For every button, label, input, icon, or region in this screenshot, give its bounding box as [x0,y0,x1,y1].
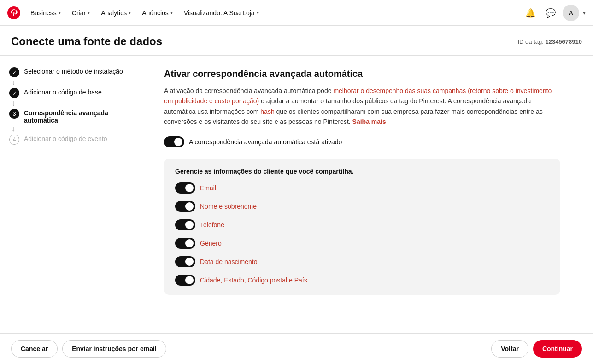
toggle-option-nascimento: Data de nascimento [175,256,549,267]
visualizando-chevron-icon: ▾ [257,10,259,15]
top-nav: Business ▾ Criar ▾ Analytics ▾ Anúncios … [0,0,593,26]
messages-button[interactable]: 💬 [542,5,559,21]
avatar[interactable]: A [563,5,579,21]
section-title: Ativar correspondência avançada automáti… [164,69,576,79]
toggle-cidade[interactable] [175,275,195,286]
page-body: ✓ Selecionar o método de instalação ↓ ✓ … [0,55,593,333]
step-2-icon: ✓ [9,88,19,98]
toggle-email-slider [175,182,195,194]
main-toggle-slider [164,136,184,147]
page-title: Conecte uma fonte de dados [11,35,162,48]
step-4-icon: 4 [9,135,19,145]
toggle-option-genero: Gênero [175,238,549,249]
step-1-label: Selecionar o método de instalação [24,67,123,75]
toggle-telefone[interactable] [175,219,195,230]
step-3-label: Correspondência avançada automática [24,108,138,124]
desc-link-2[interactable]: hash [260,108,274,115]
notifications-button[interactable]: 🔔 [522,5,539,21]
toggle-genero-label[interactable]: Gênero [200,240,222,247]
step-3: 3 Correspondência avançada automática [9,108,138,124]
analytics-chevron-icon: ▾ [129,10,131,15]
toggle-genero-slider [175,238,195,249]
nav-right: 🔔 💬 A ▾ [522,5,586,21]
step-arrow-3: ↓ [9,125,138,133]
toggle-nascimento[interactable] [175,256,195,267]
toggle-email[interactable] [175,182,195,194]
toggle-genero[interactable] [175,238,195,249]
page-container: Conecte uma fonte de dados ID da tag: 12… [0,26,593,364]
send-email-button[interactable]: Enviar instruções por email [62,340,166,358]
main-toggle-label: A correspondência avançada automática es… [189,138,342,146]
main-toggle-row: A correspondência avançada automática es… [164,136,576,147]
nav-criar[interactable]: Criar ▾ [67,6,94,19]
toggle-option-telefone: Telefone [175,219,549,230]
bottom-bar: Cancelar Enviar instruções por email Vol… [0,333,593,364]
bottom-right: Voltar Continuar [491,340,582,358]
manage-box-title: Gerencie as informações do cliente que v… [175,168,549,175]
step-1-icon: ✓ [9,67,19,77]
step-2-label: Adicionar o código de base [24,88,102,96]
nav-anuncios[interactable]: Anúncios ▾ [137,6,177,19]
toggle-nascimento-label[interactable]: Data de nascimento [200,258,258,265]
toggle-option-cidade: Cidade, Estado, Código postal e País [175,275,549,286]
section-description: A ativação da correspondência avançada a… [164,86,560,127]
manage-box: Gerencie as informações do cliente que v… [164,159,560,295]
main-content: Ativar correspondência avançada automáti… [147,56,593,333]
toggle-nome-slider [175,201,195,212]
nav-business[interactable]: Business ▾ [26,6,65,19]
nav-visualizando[interactable]: Visualizando: A Sua Loja ▾ [179,6,264,19]
avatar-chevron-icon: ▾ [583,10,586,16]
continue-button[interactable]: Continuar [533,340,582,358]
step-4-label: Adicionar o código de evento [24,134,107,142]
step-3-icon: 3 [9,109,19,119]
toggle-nascimento-slider [175,256,195,267]
cancel-button[interactable]: Cancelar [11,340,58,358]
toggle-option-nome: Nome e sobrenome [175,201,549,212]
toggle-email-label[interactable]: Email [200,184,216,192]
step-1: ✓ Selecionar o método de instalação [9,67,138,77]
main-toggle[interactable] [164,136,184,147]
toggle-cidade-slider [175,275,195,286]
toggle-telefone-slider [175,219,195,230]
step-2: ✓ Adicionar o código de base [9,88,138,98]
toggle-cidade-label[interactable]: Cidade, Estado, Código postal e País [200,276,307,284]
criar-chevron-icon: ▾ [88,10,90,15]
toggle-nome[interactable] [175,201,195,212]
step-4: 4 Adicionar o código de evento [9,134,138,145]
pinterest-logo[interactable] [7,6,20,19]
step-arrow-2: ↓ [9,99,138,107]
business-chevron-icon: ▾ [59,10,61,15]
nav-analytics[interactable]: Analytics ▾ [96,6,135,19]
step-arrow-1: ↓ [9,78,138,87]
saiba-mais-link[interactable]: Saiba mais [352,118,386,125]
anuncios-chevron-icon: ▾ [170,10,173,15]
toggle-option-email: Email [175,182,549,194]
tag-id: ID da tag: 12345678910 [517,38,582,45]
page-header: Conecte uma fonte de dados ID da tag: 12… [0,26,593,55]
sidebar: ✓ Selecionar o método de instalação ↓ ✓ … [0,56,147,333]
toggle-nome-label[interactable]: Nome e sobrenome [200,203,257,210]
toggle-telefone-label[interactable]: Telefone [200,221,224,229]
back-button[interactable]: Voltar [491,340,528,358]
